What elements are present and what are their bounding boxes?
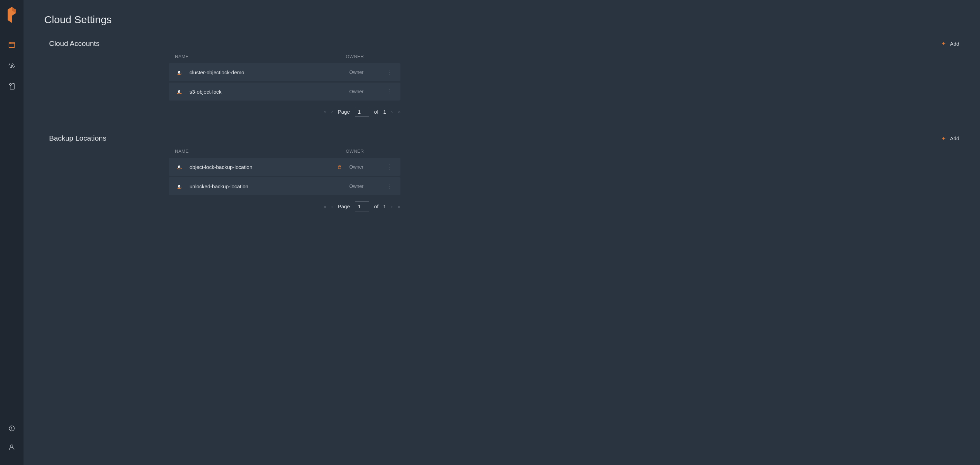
info-icon[interactable]: [8, 424, 16, 433]
aws-icon: a: [175, 87, 183, 96]
svg-text:A: A: [11, 64, 13, 67]
table-row[interactable]: aunlocked-backup-locationOwner⋮: [169, 177, 401, 195]
page-label: Page: [338, 109, 350, 115]
of-label: of: [374, 203, 379, 209]
add-label: Add: [950, 41, 959, 47]
row-name: object-lock-backup-location: [189, 164, 349, 170]
of-label: of: [374, 109, 379, 115]
cloud-accounts-title: Cloud Accounts: [49, 40, 100, 48]
row-menu-icon[interactable]: ⋮: [384, 88, 394, 95]
row-menu-icon[interactable]: ⋮: [384, 163, 394, 171]
first-page-icon[interactable]: «: [323, 109, 326, 115]
svg-text:a: a: [178, 89, 180, 93]
row-name: unlocked-backup-location: [189, 183, 349, 189]
svg-rect-14: [338, 167, 341, 168]
next-page-icon[interactable]: ›: [391, 203, 393, 209]
add-label: Add: [950, 135, 959, 141]
add-cloud-account-button[interactable]: ＋ Add: [941, 40, 959, 47]
row-owner: Owner: [349, 164, 384, 170]
col-name: NAME: [175, 54, 346, 59]
cloud-accounts-section: Cloud Accounts ＋ Add NAME OWNER acluster…: [44, 40, 959, 117]
add-backup-location-button[interactable]: ＋ Add: [941, 135, 959, 142]
cluster-icon[interactable]: A: [8, 62, 16, 70]
aws-icon: a: [175, 163, 183, 171]
col-owner: OWNER: [346, 54, 380, 59]
app-logo: [7, 6, 17, 24]
user-icon[interactable]: [8, 443, 16, 451]
col-owner: OWNER: [346, 149, 380, 154]
row-owner: Owner: [349, 89, 384, 94]
svg-text:a: a: [178, 183, 180, 187]
cloud-accounts-header: NAME OWNER: [169, 54, 401, 63]
table-row[interactable]: aobject-lock-backup-locationOwner⋮: [169, 158, 401, 176]
row-name: s3-object-lock: [189, 89, 349, 95]
row-name: cluster-objectlock-demo: [189, 70, 349, 75]
page-input[interactable]: [355, 202, 369, 211]
svg-point-2: [10, 43, 10, 43]
row-owner: Owner: [349, 183, 384, 189]
page-title: Cloud Settings: [44, 14, 959, 25]
dashboard-icon[interactable]: [8, 41, 16, 49]
total-pages: 1: [383, 203, 386, 209]
last-page-icon[interactable]: »: [398, 109, 401, 115]
page-label: Page: [338, 203, 350, 209]
plus-icon: ＋: [941, 135, 947, 142]
last-page-icon[interactable]: »: [398, 203, 401, 209]
row-menu-icon[interactable]: ⋮: [384, 183, 394, 190]
table-row[interactable]: as3-object-lockOwner⋮: [169, 83, 401, 100]
page-input[interactable]: [355, 107, 369, 117]
svg-point-9: [11, 427, 12, 427]
aws-icon: a: [175, 68, 183, 76]
svg-text:a: a: [178, 164, 180, 168]
aws-icon: a: [175, 182, 183, 190]
row-menu-icon[interactable]: ⋮: [384, 68, 394, 76]
svg-point-3: [11, 43, 11, 43]
col-name: NAME: [175, 149, 346, 154]
cloud-accounts-pagination: « ‹ Page of 1 › »: [169, 107, 401, 117]
next-page-icon[interactable]: ›: [391, 109, 393, 115]
backup-locations-section: Backup Locations ＋ Add NAME OWNER aobjec…: [44, 134, 959, 211]
prev-page-icon[interactable]: ‹: [331, 109, 333, 115]
table-row[interactable]: acluster-objectlock-demoOwner⋮: [169, 63, 401, 81]
lock-icon: [337, 164, 342, 170]
svg-point-10: [11, 444, 13, 447]
svg-text:a: a: [178, 70, 180, 74]
total-pages: 1: [383, 109, 386, 115]
apps-icon[interactable]: [8, 82, 16, 90]
prev-page-icon[interactable]: ‹: [331, 203, 333, 209]
main-content: Cloud Settings Cloud Accounts ＋ Add NAME…: [24, 0, 980, 465]
first-page-icon[interactable]: «: [323, 203, 326, 209]
sidebar: A: [0, 0, 24, 465]
plus-icon: ＋: [941, 40, 947, 47]
backup-locations-header: NAME OWNER: [169, 149, 401, 158]
backup-locations-title: Backup Locations: [49, 134, 107, 142]
row-owner: Owner: [349, 70, 384, 75]
backup-locations-pagination: « ‹ Page of 1 › »: [169, 202, 401, 211]
svg-point-6: [10, 84, 11, 86]
